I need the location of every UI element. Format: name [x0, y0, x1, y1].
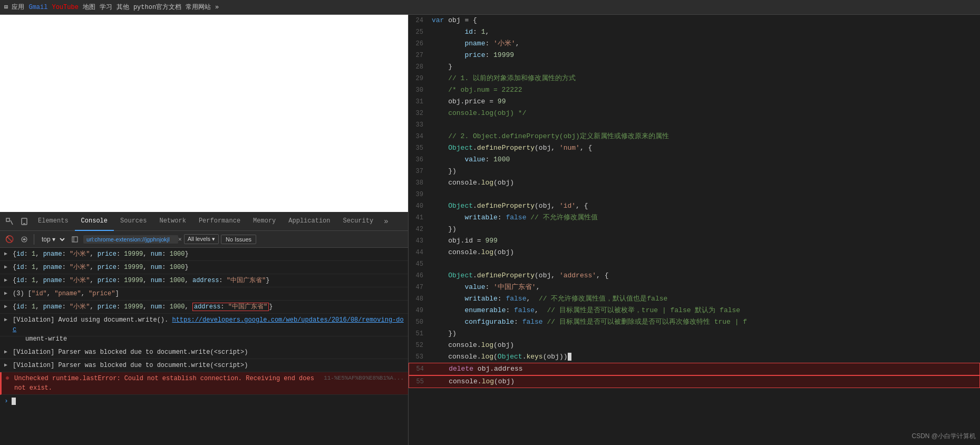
common-sites-link[interactable]: 常用网站 [186, 3, 211, 12]
code-line: 38 console.log(obj) [409, 177, 980, 189]
code-line-highlighted: 54 delete obj.address [409, 363, 980, 375]
line-content: delete obj.address [430, 363, 979, 375]
console-text: [Violation] Parser was blocked due to do… [13, 347, 404, 357]
console-line: ▶ {id: 1, pname: "小米", price: 19999, num… [0, 274, 408, 287]
watermark: CSDN @小白学计算机 [911, 432, 976, 441]
browser-viewport [0, 15, 408, 212]
main-area: Elements Console Sources Network Perform… [0, 15, 980, 445]
line-ref[interactable]: 11-%E5%AF%B9%E8%B1%A... [324, 374, 404, 383]
expand-arrow[interactable]: ▶ [4, 263, 7, 271]
console-output: ▶ {id: 1, pname: "小米", price: 19999, num… [0, 248, 408, 445]
expand-arrow[interactable]: ▶ [4, 276, 7, 284]
line-content: var obj = { [430, 15, 980, 26]
svg-rect-7 [72, 237, 77, 242]
line-number: 50 [409, 316, 430, 328]
line-number: 41 [409, 212, 430, 224]
tab-elements[interactable]: Elements [32, 212, 75, 231]
line-number: 36 [409, 154, 430, 166]
code-line: 29 // 1. 以前的对象添加和修改属性的方式 [409, 73, 980, 84]
line-content: obj.price = 99 [430, 96, 980, 108]
expand-arrow[interactable]: ▶ [4, 303, 7, 311]
error-icon: ⊗ [6, 374, 9, 382]
line-content: Object.defineProperty(obj, 'num', { [430, 142, 980, 154]
line-content: // 2. Object.defineProperty(obj)定义新属性或修改… [430, 131, 980, 142]
console-prompt: › [4, 397, 8, 405]
line-content: id: 1, [430, 26, 980, 38]
line-number: 34 [409, 131, 430, 142]
line-number: ▶46 [409, 270, 430, 282]
code-line: 50 configurable: false // 目标属性是否可以被删除或是否… [409, 316, 980, 328]
svg-line-1 [11, 220, 13, 225]
code-line: 49 enumerable: false, // 目标属性是否可以被枚举，tru… [409, 305, 980, 316]
more-links-btn[interactable]: » [215, 4, 219, 11]
line-number: 42 [409, 224, 430, 235]
console-line-continuation: ument-write [0, 334, 408, 346]
line-content: obj.id = 999 [430, 235, 980, 247]
line-content: console.log(obj) [430, 376, 979, 388]
console-toolbar: 🚫 top ▾ ✕ All levels ▾ No [0, 231, 408, 248]
code-line: 34 // 2. Object.defineProperty(obj)定义新属性… [409, 131, 980, 142]
context-selector[interactable]: top ▾ [37, 234, 66, 245]
youtube-link[interactable]: YouTube [52, 4, 78, 11]
clear-console-btn[interactable]: 🚫 [3, 233, 16, 246]
console-line: ▶ [Violation] Parser was blocked due to … [0, 359, 408, 372]
code-line: 39 [409, 189, 980, 200]
console-text: [Violation] Avoid using document.write()… [13, 315, 404, 334]
code-line: ▶35 Object.defineProperty(obj, 'num', { [409, 142, 980, 154]
violation-link-cont[interactable]: ument-write [25, 334, 67, 344]
no-issues-btn[interactable]: No Issues [221, 235, 256, 244]
tab-performance[interactable]: Performance [192, 212, 247, 231]
tab-network[interactable]: Network [153, 212, 192, 231]
line-number: 44 [409, 247, 430, 258]
line-content: console.log(obj) */ [430, 108, 980, 119]
tab-memory[interactable]: Memory [247, 212, 282, 231]
line-number: 51 [409, 328, 430, 340]
line-content: price: 19999 [430, 50, 980, 61]
more-tabs-btn[interactable]: » [380, 217, 392, 226]
gmail-link[interactable]: Gmail [28, 4, 47, 11]
expand-arrow[interactable]: ▶ [4, 289, 7, 297]
code-line: 27 price: 19999 [409, 50, 980, 61]
url-filter-input[interactable] [83, 235, 178, 244]
console-line: ▶ {id: 1, pname: "小米", price: 19999, num… [0, 248, 408, 261]
line-number: 45 [409, 258, 430, 270]
expand-arrow[interactable]: ▶ [4, 348, 7, 356]
clear-url-filter-btn[interactable]: ✕ [178, 236, 182, 243]
tab-application[interactable]: Application [282, 212, 336, 231]
filter-btn[interactable] [18, 233, 31, 246]
inspect-element-btn[interactable] [2, 214, 17, 229]
code-line: ▶46 Object.defineProperty(obj, 'address'… [409, 270, 980, 282]
console-text: {id: 1, pname: "小米", price: 19999, num: … [13, 249, 404, 259]
line-number: 24 [409, 15, 430, 26]
code-line: 47 value: '中国广东省', [409, 282, 980, 293]
log-levels-btn[interactable]: All levels ▾ [184, 234, 219, 244]
console-text: {id: 1, pname: "小米", price: 19999, num: … [13, 302, 404, 312]
device-toolbar-btn[interactable] [17, 214, 32, 229]
line-number: 25 [409, 26, 430, 38]
maps-link[interactable]: 地图 [83, 3, 95, 12]
expand-arrow[interactable]: ▶ [4, 361, 7, 369]
apps-icon[interactable]: ⊞ 应用 [4, 3, 24, 12]
study-link[interactable]: 学习 [100, 3, 112, 12]
code-line: ▶40 Object.defineProperty(obj, 'id', { [409, 200, 980, 212]
violation-link[interactable]: https://developers.google.com/web/update… [13, 316, 404, 333]
code-line: 37 }) [409, 166, 980, 177]
code-line: 36 value: 1000 [409, 154, 980, 166]
expand-arrow[interactable]: ▶ [4, 316, 7, 324]
expand-arrow[interactable]: ▶ [4, 250, 7, 258]
line-content: /* obj.num = 22222 [430, 84, 980, 96]
devtools-panel: Elements Console Sources Network Perform… [0, 15, 409, 445]
line-content: } [430, 61, 980, 73]
line-number: 33 [409, 119, 430, 131]
python-docs-link[interactable]: python官方文档 [133, 3, 181, 12]
tab-security[interactable]: Security [337, 212, 380, 231]
line-content: writable: false, // 不允许修改属性值，默认值也是false [430, 293, 980, 305]
tab-console[interactable]: Console [75, 212, 114, 231]
line-content: Object.defineProperty(obj, 'address', { [430, 270, 980, 282]
line-content: }) [430, 224, 980, 235]
console-text: {id: 1, pname: "小米", price: 19999, num: … [13, 276, 404, 285]
tab-sources[interactable]: Sources [114, 212, 153, 231]
show-console-sidebar-btn[interactable] [69, 233, 81, 246]
other-link[interactable]: 其他 [117, 3, 129, 12]
code-line: 33 [409, 119, 980, 131]
